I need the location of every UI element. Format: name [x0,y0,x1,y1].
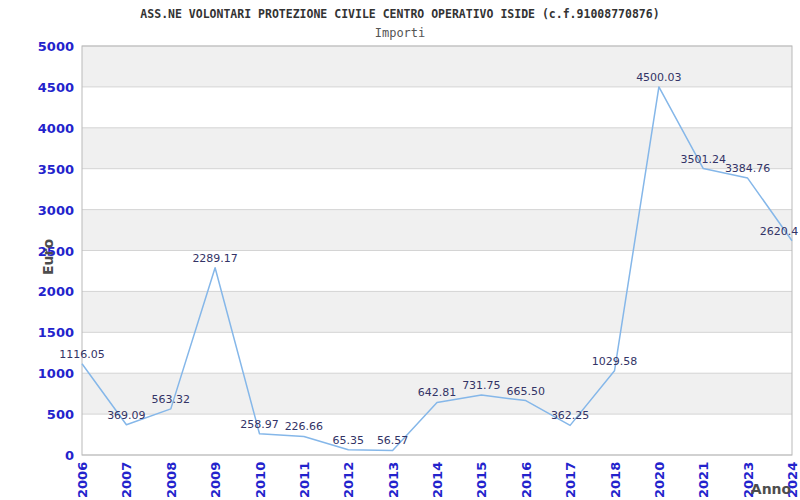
x-tick-label: 2016 [519,462,534,498]
y-tick-label: 0 [65,448,74,463]
plot-band [82,210,792,251]
x-tick-label: 2011 [297,462,312,498]
x-tick-label: 2013 [386,462,401,498]
data-label: 4500.03 [636,71,682,84]
x-tick-label: 2010 [253,462,268,498]
x-tick-label: 2015 [474,462,489,498]
data-label: 563.32 [152,393,191,406]
y-tick-label: 3500 [38,162,74,177]
y-tick-label: 3000 [38,203,74,218]
x-tick-label: 2009 [208,462,223,498]
y-tick-label: 500 [47,407,74,422]
chart-title: ASS.NE VOLONTARI PROTEZIONE CIVILE CENTR… [140,7,659,21]
y-axis-label: Euro [40,239,56,275]
x-axis-ticks: 2006200720082009201020112012201320142015… [75,462,800,498]
plot-band [82,291,792,332]
data-label: 362.25 [551,409,590,422]
data-label: 731.75 [462,379,501,392]
plot-bands [82,46,792,414]
data-label: 258.97 [240,418,279,431]
x-tick-label: 2021 [696,462,711,498]
line-chart: 0500100015002000250030003500400045005000… [0,0,800,500]
x-tick-label: 2018 [608,462,623,498]
data-label: 369.09 [107,409,146,422]
chart-window: 0500100015002000250030003500400045005000… [0,0,800,500]
data-label: 3501.24 [681,153,727,166]
data-label: 1029.58 [592,355,638,368]
data-label: 665.50 [507,385,546,398]
y-tick-label: 5000 [38,39,74,54]
x-tick-label: 2007 [119,462,134,498]
y-tick-label: 4500 [38,80,74,95]
data-label: 65.35 [333,434,365,447]
x-tick-label: 2008 [164,462,179,498]
data-label: 56.57 [377,434,409,447]
data-label: 2620.4 [760,225,799,238]
data-label: 1116.05 [59,348,105,361]
y-tick-label: 2000 [38,284,74,299]
x-tick-label: 2014 [430,462,445,498]
x-axis-label: Anno [751,481,792,497]
y-tick-label: 1500 [38,325,74,340]
x-tick-label: 2020 [652,462,667,498]
data-label: 642.81 [418,386,457,399]
data-label: 2289.17 [192,252,238,265]
x-tick-label: 2006 [75,462,90,498]
x-tick-label: 2012 [341,462,356,498]
x-tick-label: 2017 [563,462,578,498]
data-label: 226.66 [285,420,324,433]
chart-subtitle: Importi [375,26,426,40]
plot-band [82,46,792,87]
y-tick-label: 1000 [38,366,74,381]
data-label: 3384.76 [725,162,771,175]
y-tick-label: 4000 [38,121,74,136]
